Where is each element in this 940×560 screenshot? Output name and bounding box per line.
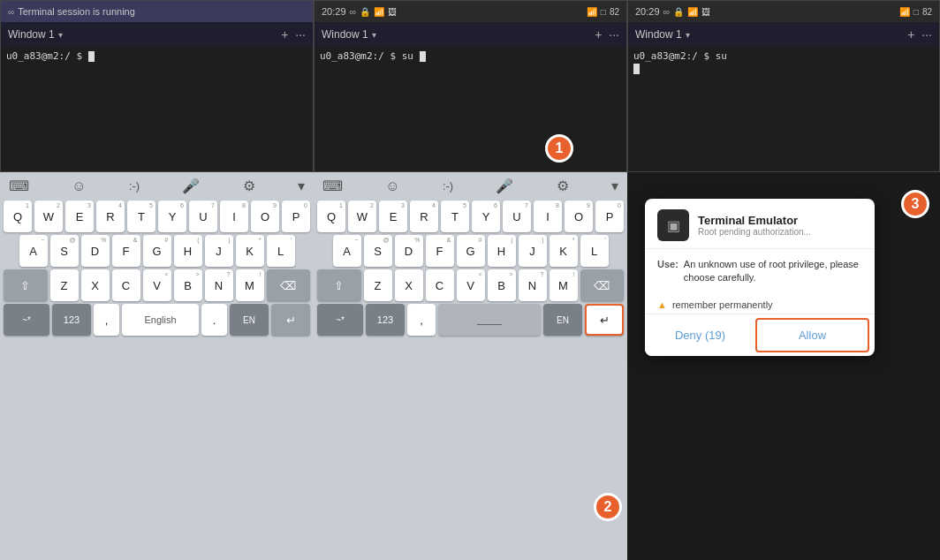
- allow-button[interactable]: Allow: [755, 318, 869, 352]
- window-dropdown-2[interactable]: ▾: [372, 30, 376, 40]
- key-backspace-2[interactable]: ⌫: [580, 269, 625, 301]
- key-p-2[interactable]: 0P: [595, 201, 624, 232]
- key-v[interactable]: <V: [143, 269, 171, 301]
- kb-textface-icon-2[interactable]: :-): [443, 179, 453, 193]
- kb-settings-icon-2[interactable]: ⚙: [557, 178, 569, 194]
- kb-keyboard-icon-1[interactable]: ⌨: [9, 178, 29, 194]
- key-z[interactable]: Z: [50, 269, 79, 301]
- sim-icon-2: 📶: [374, 7, 384, 17]
- key-k[interactable]: *K: [236, 235, 264, 267]
- kb-chevron-icon-2[interactable]: ▾: [611, 178, 618, 194]
- key-123-1[interactable]: 123: [52, 304, 91, 336]
- add-icon-1[interactable]: +: [281, 27, 288, 42]
- key-l[interactable]: 'L: [267, 235, 295, 267]
- window-title-2[interactable]: Window 1: [322, 28, 368, 41]
- key-j-2[interactable]: )J: [519, 235, 547, 267]
- status-right-2: 📶 □ 82: [587, 7, 619, 17]
- key-o-2[interactable]: 9O: [565, 201, 593, 232]
- key-y-2[interactable]: 6Y: [472, 201, 500, 232]
- keyboard-panel-1: ⌨ ☺ :-) 🎤 ⚙ ▾ 1Q 2W 3E 4R 5T 6Y 7U 8I 9O…: [0, 172, 314, 560]
- kb-keyboard-icon-2[interactable]: ⌨: [322, 178, 343, 194]
- key-s[interactable]: @S: [50, 235, 79, 267]
- key-r[interactable]: 4R: [96, 201, 125, 232]
- deny-button[interactable]: Deny (19): [645, 314, 755, 356]
- key-x[interactable]: X: [81, 269, 110, 301]
- key-k-2[interactable]: *K: [550, 235, 578, 267]
- key-english-1[interactable]: English: [122, 304, 199, 336]
- key-q[interactable]: 1Q: [4, 201, 32, 232]
- window-dropdown-1[interactable]: ▾: [58, 30, 63, 40]
- kb-emoji-icon-1[interactable]: ☺: [72, 178, 86, 194]
- key-space-2[interactable]: _____: [438, 304, 541, 336]
- key-w-2[interactable]: 2W: [348, 201, 376, 232]
- key-x-2[interactable]: X: [395, 269, 423, 301]
- menu-icon-1[interactable]: ···: [295, 27, 306, 42]
- key-z-2[interactable]: Z: [364, 269, 392, 301]
- key-backspace-1[interactable]: ⌫: [267, 269, 311, 301]
- key-shift-1[interactable]: ⇧: [4, 269, 48, 301]
- menu-icon-3[interactable]: ···: [921, 27, 932, 42]
- key-v-2[interactable]: <V: [457, 269, 485, 301]
- key-a[interactable]: ~A: [19, 235, 48, 267]
- key-123-2[interactable]: 123: [366, 304, 405, 336]
- key-shift-2[interactable]: ⇧: [317, 269, 361, 301]
- kb-chevron-icon-1[interactable]: ▾: [298, 178, 305, 194]
- key-i[interactable]: 8I: [220, 201, 248, 232]
- window-title-1[interactable]: Window 1: [8, 28, 55, 41]
- key-enter-2[interactable]: ↵: [585, 304, 624, 336]
- key-symbols-2[interactable]: ~*: [317, 304, 363, 336]
- key-period-1[interactable]: .: [201, 304, 227, 336]
- key-j[interactable]: )J: [205, 235, 233, 267]
- key-t-2[interactable]: 5T: [441, 201, 469, 232]
- key-i-2[interactable]: 8I: [534, 201, 562, 232]
- key-b-2[interactable]: >B: [488, 269, 516, 301]
- menu-icon-2[interactable]: ···: [609, 27, 619, 42]
- key-l-2[interactable]: 'L: [580, 235, 609, 267]
- kb-mic-icon-2[interactable]: 🎤: [496, 178, 513, 194]
- key-comma-2[interactable]: ,: [407, 304, 436, 336]
- key-y[interactable]: 6Y: [158, 201, 186, 232]
- key-e[interactable]: 3E: [65, 201, 94, 232]
- key-a-2[interactable]: ~A: [333, 235, 361, 267]
- add-icon-3[interactable]: +: [907, 27, 914, 42]
- key-en-2[interactable]: EN: [543, 304, 582, 336]
- key-t[interactable]: 5T: [127, 201, 155, 232]
- key-g-2[interactable]: #G: [457, 235, 485, 267]
- kb-mic-icon-1[interactable]: 🎤: [182, 178, 200, 194]
- key-d-2[interactable]: %D: [395, 235, 423, 267]
- key-b[interactable]: >B: [174, 269, 202, 301]
- key-m-2[interactable]: !M: [550, 269, 578, 301]
- key-comma-1[interactable]: ,: [94, 304, 119, 336]
- key-q-2[interactable]: 1Q: [317, 201, 345, 232]
- key-d[interactable]: %D: [81, 235, 110, 267]
- add-icon-2[interactable]: +: [595, 27, 602, 42]
- key-en-1[interactable]: EN: [230, 304, 269, 336]
- key-g[interactable]: #G: [143, 235, 171, 267]
- window-dropdown-3[interactable]: ▾: [686, 30, 690, 40]
- key-o[interactable]: 9O: [251, 201, 279, 232]
- key-n-2[interactable]: ?N: [519, 269, 547, 301]
- key-u[interactable]: 7U: [189, 201, 217, 232]
- key-c-2[interactable]: C: [426, 269, 454, 301]
- key-h[interactable]: (H: [174, 235, 202, 267]
- key-w[interactable]: 2W: [34, 201, 63, 232]
- time-3: 20:29: [635, 6, 660, 17]
- key-c[interactable]: C: [112, 269, 140, 301]
- key-h-2[interactable]: (H: [488, 235, 516, 267]
- key-s-2[interactable]: @S: [364, 235, 392, 267]
- key-r-2[interactable]: 4R: [410, 201, 438, 232]
- key-f[interactable]: &F: [112, 235, 140, 267]
- kb-settings-icon-1[interactable]: ⚙: [243, 178, 255, 194]
- key-n[interactable]: ?N: [205, 269, 233, 301]
- key-m[interactable]: !M: [236, 269, 264, 301]
- kb-emoji-icon-2[interactable]: ☺: [385, 178, 399, 194]
- key-p[interactable]: 0P: [282, 201, 310, 232]
- kb-textface-icon-1[interactable]: :-): [129, 179, 140, 193]
- window-title-3[interactable]: Window 1: [635, 28, 682, 41]
- key-f-2[interactable]: &F: [426, 235, 454, 267]
- key-e-2[interactable]: 3E: [379, 201, 407, 232]
- dialog-remember[interactable]: ▲ remember permanently: [645, 294, 875, 314]
- key-enter-1[interactable]: ↵: [271, 304, 310, 336]
- key-u-2[interactable]: 7U: [503, 201, 531, 232]
- key-symbols-1[interactable]: ~*: [4, 304, 49, 336]
